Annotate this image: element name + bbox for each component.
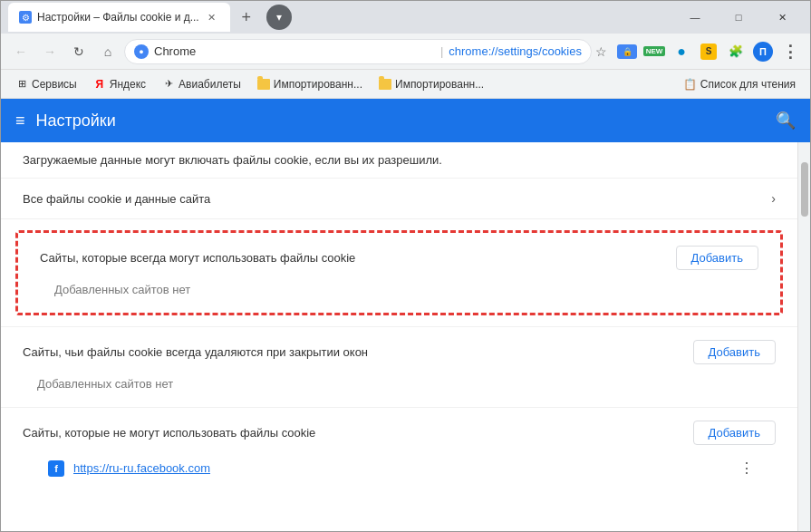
maximize-button[interactable]: □ [718, 3, 759, 32]
facebook-list-item: f https://ru-ru.facebook.com ⋮ [23, 452, 776, 484]
new-tab-button[interactable]: + [234, 5, 259, 30]
extensions-button[interactable]: 🧩 [723, 39, 748, 64]
main-content: Загружаемые данные могут включать файлы … [1, 142, 797, 531]
bookmark-yandex[interactable]: Я Яндекс [86, 74, 153, 94]
forward-button[interactable]: → [37, 39, 63, 64]
s-badge: S [700, 44, 717, 60]
new-badge-btn[interactable]: NEW [642, 39, 667, 64]
bookmark-services-label: Сервисы [32, 78, 77, 91]
site-icon: ● [134, 44, 149, 59]
never-allow-header: Сайты, которые не могут использовать фай… [23, 421, 776, 445]
bookmark-avia-label: Авиабилеты [179, 78, 241, 91]
never-allow-section: Сайты, которые не могут использовать фай… [1, 407, 797, 497]
bookmark-services[interactable]: ⊞ Сервисы [8, 74, 84, 94]
never-allow-title: Сайты, которые не могут использовать фай… [23, 426, 693, 440]
settings-header: ≡ Настройки 🔍 [1, 99, 810, 142]
facebook-url[interactable]: https://ru-ru.facebook.com [73, 461, 210, 475]
tab-close-button[interactable]: ✕ [205, 10, 219, 24]
always-allow-empty-text: Добавленных сайтов нет [40, 277, 758, 300]
avia-icon: ✈ [162, 78, 175, 91]
scrollbar[interactable] [797, 142, 810, 531]
settings-title: Настройки [36, 111, 116, 131]
all-cookies-label: Все файлы cookie и данные сайта [23, 192, 771, 206]
tab-label: Настройки – Файлы cookie и д... [37, 11, 199, 24]
profile-avatar[interactable]: П [750, 39, 776, 64]
bookmark-yandex-label: Яндекс [110, 78, 146, 91]
bookmark-imported-2[interactable]: Импортированн... [372, 74, 491, 94]
close-button[interactable]: ✕ [761, 3, 803, 32]
hamburger-menu-icon[interactable]: ≡ [15, 111, 25, 131]
browser-window: Настройки – Файлы cookie и д... ✕ + ▾ — … [0, 0, 811, 532]
top-description: Загружаемые данные могут включать файлы … [1, 142, 797, 179]
bookmark-imported-1[interactable]: Импортированн... [250, 74, 370, 94]
facebook-icon: f [48, 460, 64, 477]
more-options-button[interactable]: ⋮ [777, 39, 803, 64]
new-badge: NEW [643, 46, 666, 56]
always-allow-section: Сайты, которые всегда могут использовать… [18, 233, 780, 313]
reading-list-button[interactable]: 📋 Список для чтения [676, 74, 803, 94]
folder-icon-1 [257, 78, 270, 91]
minimize-button[interactable]: — [674, 3, 716, 32]
all-cookies-row[interactable]: Все файлы cookie и данные сайта › [1, 179, 797, 219]
bookmark-avia[interactable]: ✈ Авиабилеты [155, 74, 248, 94]
reading-list-icon: 📋 [683, 78, 697, 91]
s-badge-btn[interactable]: S [696, 39, 721, 64]
content-wrapper: Загружаемые данные могут включать файлы … [1, 142, 810, 531]
always-allow-title: Сайты, которые всегда могут использовать… [40, 251, 676, 265]
yandex-icon: Я [93, 78, 106, 91]
scroll-thumb[interactable] [801, 162, 808, 217]
delete-on-close-title: Сайты, чьи файлы cookie всегда удаляются… [23, 345, 693, 359]
navigation-bar: ← → ↻ ⌂ ● Chrome | chrome://settings/coo… [1, 34, 810, 70]
lock-icon-btn[interactable]: 🔒 [614, 39, 640, 64]
avatar-circle: П [753, 42, 773, 62]
bookmark-imported-2-label: Импортированн... [395, 78, 484, 91]
delete-on-close-add-button[interactable]: Добавить [693, 340, 776, 364]
always-allow-add-button[interactable]: Добавить [676, 246, 758, 270]
home-button[interactable]: ⌂ [95, 39, 121, 64]
services-icon: ⊞ [15, 78, 28, 91]
browser-name-label: Chrome [154, 44, 435, 58]
lock-badge: 🔒 [617, 44, 637, 59]
bookmarks-bar: ⊞ Сервисы Я Яндекс ✈ Авиабилеты Импортир… [1, 70, 810, 99]
active-tab[interactable]: Настройки – Файлы cookie и д... ✕ [8, 3, 230, 32]
never-allow-add-button[interactable]: Добавить [693, 421, 776, 445]
address-bar[interactable]: ● Chrome | chrome://settings/cookies [124, 39, 592, 64]
nav-right-icons: 🔒 NEW ● S 🧩 П ⋮ [614, 39, 803, 64]
facebook-more-icon[interactable]: ⋮ [739, 459, 754, 477]
address-separator: | [440, 44, 443, 58]
settings-search-icon[interactable]: 🔍 [776, 111, 796, 131]
bookmark-star-icon[interactable]: ☆ [595, 44, 607, 59]
bookmark-imported-1-label: Импортированн... [274, 78, 362, 91]
title-bar: Настройки – Файлы cookie и д... ✕ + ▾ — … [1, 1, 810, 34]
circle-icon-btn[interactable]: ● [669, 39, 694, 64]
delete-on-close-empty-text: Добавленных сайтов нет [23, 372, 776, 394]
all-cookies-arrow-icon: › [771, 191, 776, 206]
refresh-button[interactable]: ↻ [66, 39, 92, 64]
url-text: chrome://settings/cookies [449, 44, 582, 58]
back-button[interactable]: ← [8, 39, 34, 64]
delete-on-close-section: Сайты, чьи файлы cookie всегда удаляются… [1, 326, 797, 407]
tab-favicon [19, 11, 32, 24]
reading-list-label: Список для чтения [700, 78, 796, 91]
chrome-menu-down-arrow[interactable]: ▾ [266, 5, 292, 30]
folder-icon-2 [379, 78, 391, 91]
window-controls: — □ ✕ [674, 3, 803, 32]
always-allow-header: Сайты, которые всегда могут использовать… [40, 246, 758, 270]
delete-on-close-header: Сайты, чьи файлы cookie всегда удаляются… [23, 340, 776, 364]
always-allow-section-highlighted: Сайты, которые всегда могут использовать… [15, 230, 783, 315]
